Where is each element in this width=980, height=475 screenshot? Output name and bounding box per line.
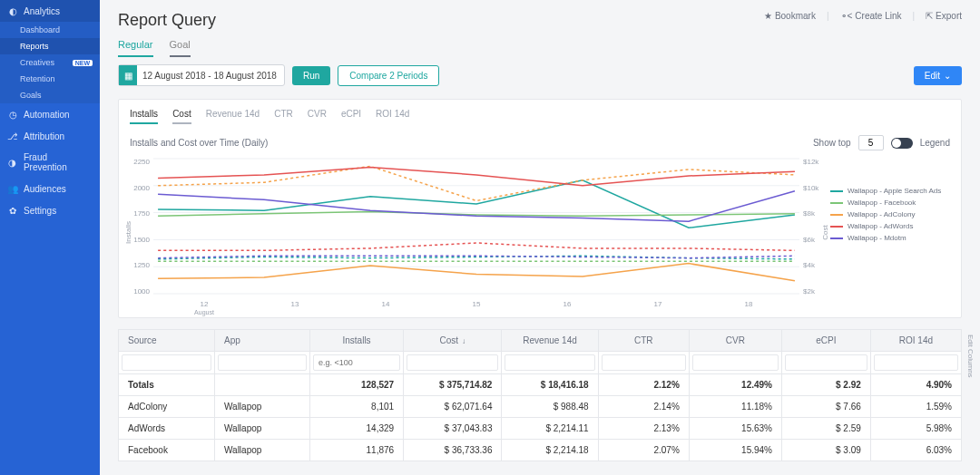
chart-panel: Installs Cost Revenue 14d CTR CVR eCPI R… bbox=[118, 99, 962, 318]
legend-swatch bbox=[830, 190, 843, 192]
tab-installs[interactable]: Installs bbox=[130, 109, 158, 124]
sidebar-item-automation[interactable]: ◷Automation bbox=[0, 103, 100, 125]
sidebar-sub-goals[interactable]: Goals bbox=[0, 87, 100, 103]
column-filter-input[interactable] bbox=[218, 354, 307, 371]
chevron-down-icon: ⌄ bbox=[944, 71, 951, 81]
tab-cvr[interactable]: CVR bbox=[308, 109, 327, 124]
legend-swatch bbox=[830, 214, 843, 216]
col-header[interactable]: Installs bbox=[310, 330, 404, 352]
sidebar-item-audiences[interactable]: 👥Audiences bbox=[0, 178, 100, 199]
column-filter-input[interactable] bbox=[785, 354, 867, 371]
sidebar-item-settings[interactable]: ✿Settings bbox=[0, 199, 100, 221]
page-title: Report Query bbox=[118, 11, 216, 30]
y-right-label: Cost bbox=[820, 225, 828, 239]
col-header[interactable]: eCPI bbox=[782, 330, 871, 352]
sidebar: ◐ Analytics Dashboard Reports CreativesN… bbox=[0, 0, 100, 475]
tab-cost[interactable]: Cost bbox=[172, 109, 191, 124]
col-header[interactable]: Revenue 14d bbox=[502, 330, 598, 352]
legend-toggle[interactable] bbox=[891, 138, 913, 149]
sidebar-item-attribution[interactable]: ⎇Attribution bbox=[0, 125, 100, 147]
y-axis-right: $12k$10k$8k$6k$4k$2k bbox=[799, 156, 823, 310]
bookmark-button[interactable]: ★Bookmark bbox=[764, 11, 816, 21]
tab-revenue14d[interactable]: Revenue 14d bbox=[206, 109, 260, 124]
legend-item[interactable]: Wallapop - AdWords bbox=[830, 222, 950, 230]
compare-button[interactable]: Compare 2 Periods bbox=[338, 65, 439, 86]
tab-ecpi[interactable]: eCPI bbox=[341, 109, 361, 124]
chart: 12August 131415161718 bbox=[153, 156, 799, 310]
col-header[interactable]: Source bbox=[119, 330, 215, 352]
column-filter-input[interactable] bbox=[313, 354, 400, 371]
col-header[interactable]: App bbox=[215, 330, 310, 352]
date-range-picker[interactable]: ▦ 12 August 2018 - 18 August 2018 bbox=[118, 64, 285, 86]
legend-item[interactable]: Wallapop - Mdotm bbox=[830, 234, 950, 242]
table-row[interactable]: FacebookWallapop11,876$ 36,733.36$ 2,214… bbox=[119, 440, 962, 461]
col-header[interactable]: Cost↓ bbox=[404, 330, 502, 352]
column-filter-input[interactable] bbox=[692, 354, 779, 371]
sidebar-sub-dashboard[interactable]: Dashboard bbox=[0, 22, 100, 38]
tab-ctr[interactable]: CTR bbox=[274, 109, 293, 124]
col-header[interactable]: CVR bbox=[689, 330, 781, 352]
top-n-input[interactable] bbox=[858, 135, 884, 150]
show-top-label: Show top bbox=[813, 138, 851, 148]
column-filter-input[interactable] bbox=[874, 354, 958, 371]
gear-icon: ✿ bbox=[7, 205, 18, 216]
x-axis: 12August 131415161718 bbox=[153, 300, 799, 316]
sidebar-sub-reports[interactable]: Reports bbox=[0, 38, 100, 54]
chart-legend: Wallapop - Apple Search AdsWallapop - Fa… bbox=[823, 156, 950, 310]
data-table-wrap: Edit Columns SourceAppInstallsCost↓Reven… bbox=[118, 329, 962, 461]
y-left-label: Installs bbox=[124, 221, 132, 244]
column-filter-input[interactable] bbox=[505, 354, 594, 371]
create-link-button[interactable]: ⚬<Create Link bbox=[840, 11, 902, 21]
export-icon: ⇱ bbox=[926, 11, 933, 21]
sidebar-label: Analytics bbox=[24, 6, 60, 16]
tab-regular[interactable]: Regular bbox=[118, 34, 153, 57]
sort-desc-icon: ↓ bbox=[462, 337, 466, 345]
sidebar-item-fraud[interactable]: ◑Fraud Prevention bbox=[0, 147, 100, 178]
totals-row: Totals128,527$ 375,714.82$ 18,416.182.12… bbox=[119, 374, 962, 396]
run-button[interactable]: Run bbox=[292, 66, 330, 85]
legend-swatch bbox=[830, 202, 843, 204]
tab-goal[interactable]: Goal bbox=[170, 34, 191, 57]
shield-icon: ◑ bbox=[7, 157, 18, 168]
star-icon: ★ bbox=[764, 11, 772, 21]
report-tabs: Regular Goal bbox=[100, 30, 980, 57]
sidebar-sub-retention[interactable]: Retention bbox=[0, 71, 100, 87]
legend-swatch bbox=[830, 226, 843, 228]
y-axis-left: 225020001750150012501000 bbox=[130, 156, 153, 310]
table-row[interactable]: AdColonyWallapop8,101$ 62,071.64$ 988.48… bbox=[119, 396, 962, 418]
calendar-icon: ▦ bbox=[119, 65, 137, 85]
data-table: SourceAppInstallsCost↓Revenue 14dCTRCVRe… bbox=[118, 329, 962, 461]
column-filter-input[interactable] bbox=[122, 354, 211, 371]
tree-icon: ⎇ bbox=[7, 131, 18, 141]
clock-icon: ◷ bbox=[7, 109, 18, 120]
col-header[interactable]: ROI 14d bbox=[870, 330, 961, 352]
edit-columns-button[interactable]: Edit Columns bbox=[966, 334, 975, 378]
sidebar-sub-creatives[interactable]: CreativesNEW bbox=[0, 54, 100, 71]
page-header: Report Query ★Bookmark | ⚬<Create Link |… bbox=[100, 0, 980, 30]
sidebar-item-analytics[interactable]: ◐ Analytics bbox=[0, 0, 100, 22]
edit-button[interactable]: Edit⌄ bbox=[914, 66, 962, 85]
column-filter-input[interactable] bbox=[407, 354, 498, 371]
filter-row bbox=[119, 352, 962, 374]
main-content: Report Query ★Bookmark | ⚬<Create Link |… bbox=[100, 0, 980, 475]
header-actions: ★Bookmark | ⚬<Create Link | ⇱Export bbox=[764, 11, 962, 21]
query-controls: ▦ 12 August 2018 - 18 August 2018 Run Co… bbox=[100, 57, 980, 99]
export-button[interactable]: ⇱Export bbox=[926, 11, 962, 21]
col-header[interactable]: CTR bbox=[598, 330, 689, 352]
tab-roi14d[interactable]: ROI 14d bbox=[376, 109, 409, 124]
table-row[interactable]: AdWordsWallapop14,329$ 37,043.83$ 2,214.… bbox=[119, 418, 962, 440]
legend-label: Legend bbox=[920, 138, 950, 148]
users-icon: 👥 bbox=[7, 183, 18, 194]
legend-swatch bbox=[830, 238, 843, 239]
legend-item[interactable]: Wallapop - Apple Search Ads bbox=[830, 187, 950, 195]
new-badge: NEW bbox=[73, 60, 93, 66]
gauge-icon: ◐ bbox=[7, 5, 18, 16]
metric-tabs: Installs Cost Revenue 14d CTR CVR eCPI R… bbox=[119, 100, 961, 130]
date-range-text: 12 August 2018 - 18 August 2018 bbox=[142, 71, 277, 81]
legend-item[interactable]: Wallapop - AdColony bbox=[830, 210, 950, 218]
column-filter-input[interactable] bbox=[602, 354, 686, 371]
chart-title: Installs and Cost over Time (Daily) bbox=[130, 138, 268, 148]
legend-item[interactable]: Wallapop - Facebook bbox=[830, 199, 950, 207]
share-icon: ⚬< bbox=[840, 11, 853, 21]
